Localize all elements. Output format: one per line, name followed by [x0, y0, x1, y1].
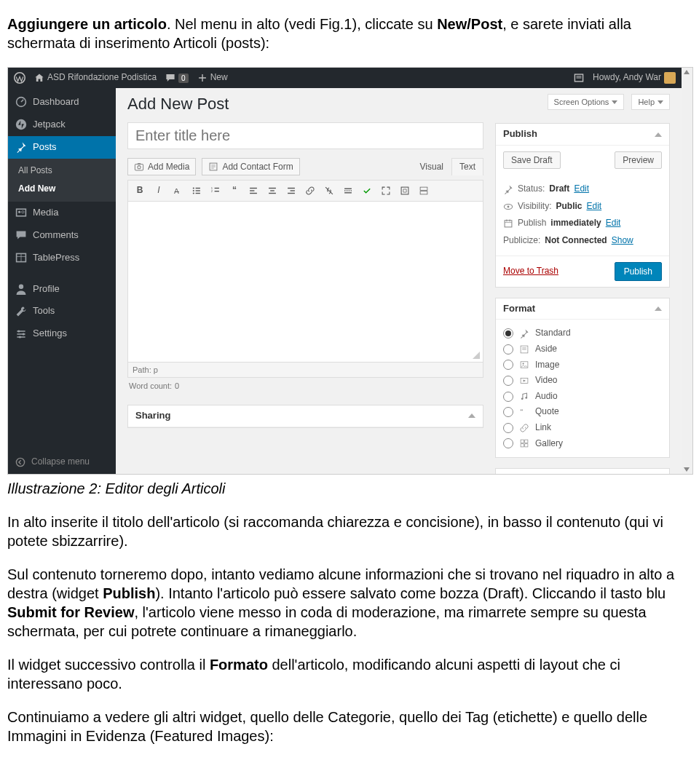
toolbar-ol[interactable]: 12 [208, 183, 223, 198]
edit-publish-link[interactable]: Edit [606, 218, 621, 229]
comments-icon [15, 229, 27, 241]
sidebar-item-posts[interactable]: Posts [8, 136, 116, 159]
adminbar-reader-icon[interactable] [574, 73, 584, 83]
browser-scrollbar[interactable] [681, 68, 692, 474]
sharing-metabox: Sharing [127, 405, 483, 428]
toolbar-strike[interactable]: A̶ [170, 183, 185, 198]
save-draft-button[interactable]: Save Draft [503, 151, 561, 169]
link-icon [305, 186, 315, 196]
publish-toggle[interactable] [655, 132, 662, 137]
sidebar-item-comments[interactable]: Comments [8, 224, 116, 247]
path-label: Path: [133, 365, 151, 374]
svg-point-13 [17, 330, 20, 332]
adminbar-site[interactable]: ASD Rifondazione Podistica [34, 72, 157, 84]
submenu-all-posts[interactable]: All Posts [8, 162, 116, 181]
home-icon [34, 73, 44, 83]
svg-point-18 [138, 165, 141, 168]
toolbar-distraction-free[interactable] [398, 183, 412, 198]
audio-icon [519, 392, 529, 402]
format-standard[interactable]: Standard [503, 325, 662, 341]
toolbar-ul[interactable] [189, 183, 204, 198]
adminbar-comments[interactable]: 0 [165, 73, 189, 83]
toolbar-quote[interactable]: “ [227, 183, 242, 198]
sidebar-item-media[interactable]: Media [8, 202, 116, 224]
toolbar-bold[interactable]: B [133, 183, 147, 198]
radio-icon [503, 376, 513, 386]
format-quote[interactable]: “Quote [503, 404, 662, 420]
radio-icon [503, 407, 513, 417]
publicize-show-link[interactable]: Show [612, 235, 633, 247]
comment-icon [165, 73, 175, 83]
gallery-icon [519, 438, 529, 448]
chevron-down-icon [657, 100, 663, 104]
toolbar-kitchensink[interactable] [416, 183, 431, 198]
toolbar-italic[interactable]: I [151, 183, 166, 198]
editor-tab-visual[interactable]: Visual [412, 158, 451, 176]
toolbar-fullscreen[interactable] [379, 183, 393, 198]
post-title-input[interactable] [127, 122, 483, 149]
radio-icon [503, 423, 513, 433]
ol-icon: 12 [210, 186, 221, 196]
add-media-button[interactable]: Add Media [127, 158, 196, 175]
calendar-icon [503, 218, 513, 229]
dashboard-icon [15, 96, 27, 108]
format-audio[interactable]: Audio [503, 389, 662, 405]
help-button[interactable]: Help [631, 94, 670, 110]
move-to-trash-link[interactable]: Move to Trash [503, 266, 558, 277]
adminbar-new[interactable]: New [197, 72, 228, 84]
radio-icon [503, 328, 513, 338]
format-toggle[interactable] [655, 306, 662, 311]
editor-tab-text[interactable]: Text [451, 158, 483, 176]
adminbar-howdy[interactable]: Howdy, Andy War [593, 72, 676, 84]
edit-visibility-link[interactable]: Edit [586, 201, 601, 213]
add-contact-form-button[interactable]: Add Contact Form [202, 158, 299, 175]
submenu-add-new[interactable]: Add New [8, 180, 116, 199]
camera-icon [134, 162, 144, 172]
svg-rect-66 [525, 440, 528, 443]
svg-point-25 [193, 188, 194, 189]
svg-point-14 [23, 333, 25, 335]
preview-button[interactable]: Preview [615, 151, 662, 169]
sidebar-item-tablepress[interactable]: TablePress [8, 247, 116, 269]
sharing-toggle[interactable] [468, 413, 475, 418]
toolbar-align-center[interactable] [265, 183, 280, 198]
word-count-value: 0 [175, 381, 179, 391]
toolbar-align-left[interactable] [246, 183, 261, 198]
svg-point-26 [193, 190, 194, 191]
collapse-menu[interactable]: Collapse menu [8, 451, 116, 474]
toolbar-link[interactable] [303, 183, 317, 198]
user-icon [15, 283, 27, 295]
unlink-icon [324, 186, 334, 196]
format-video[interactable]: Video [503, 373, 662, 389]
toolbar-spellcheck[interactable] [360, 183, 374, 198]
categories-metabox: Categories [495, 468, 670, 474]
editor-textarea[interactable] [127, 202, 483, 363]
format-image[interactable]: Image [503, 357, 662, 373]
format-gallery[interactable]: Gallery [503, 436, 662, 452]
svg-text:“: “ [520, 408, 523, 416]
svg-point-27 [193, 193, 194, 194]
screen-options-button[interactable]: Screen Options [548, 94, 625, 110]
table-icon [15, 252, 27, 264]
toolbar-more[interactable] [341, 183, 355, 198]
toolbar-unlink[interactable] [322, 183, 336, 198]
sidebar-item-settings[interactable]: Settings [8, 322, 116, 345]
chevron-down-icon [612, 100, 617, 104]
sidebar-item-jetpack[interactable]: Jetpack [8, 114, 116, 136]
svg-point-51 [508, 205, 510, 207]
sidebar-item-profile[interactable]: Profile [8, 278, 116, 301]
editor-resize-handle[interactable] [473, 352, 480, 359]
publish-button[interactable]: Publish [615, 262, 662, 281]
wp-logo[interactable] [14, 72, 25, 84]
edit-status-link[interactable]: Edit [574, 183, 589, 195]
pin-icon [15, 141, 27, 153]
toolbar-align-right[interactable] [284, 183, 299, 198]
format-link[interactable]: Link [503, 420, 662, 436]
collapse-icon [15, 457, 25, 467]
format-aside[interactable]: Aside [503, 341, 662, 357]
publish-metabox: Publish Save Draft Preview Status: Draft [495, 123, 670, 287]
svg-point-5 [16, 119, 26, 130]
path-value: p [154, 365, 158, 374]
sidebar-item-tools[interactable]: Tools [8, 300, 116, 322]
sidebar-item-dashboard[interactable]: Dashboard [8, 91, 116, 114]
